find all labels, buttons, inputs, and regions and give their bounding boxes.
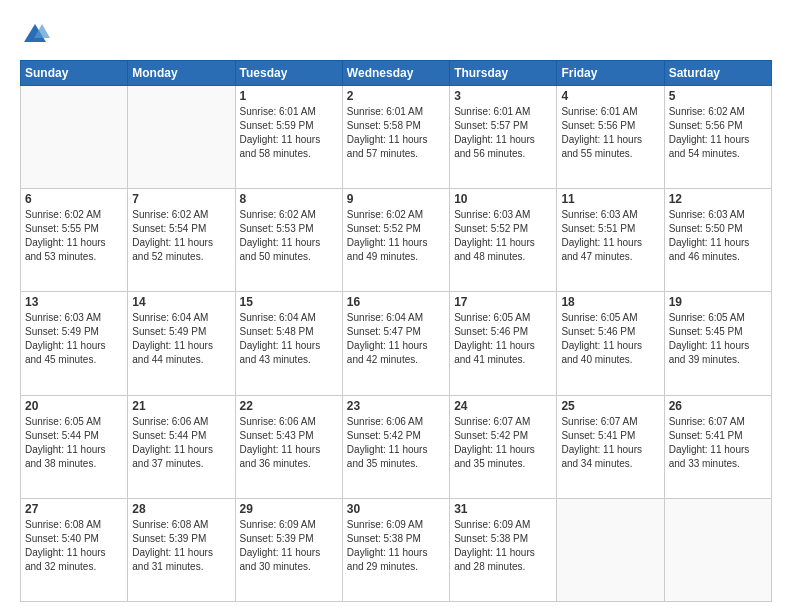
day-number: 14 <box>132 295 230 309</box>
calendar-cell: 24Sunrise: 6:07 AM Sunset: 5:42 PM Dayli… <box>450 395 557 498</box>
calendar-cell: 7Sunrise: 6:02 AM Sunset: 5:54 PM Daylig… <box>128 189 235 292</box>
day-info: Sunrise: 6:01 AM Sunset: 5:58 PM Dayligh… <box>347 105 445 161</box>
day-number: 30 <box>347 502 445 516</box>
calendar-cell: 3Sunrise: 6:01 AM Sunset: 5:57 PM Daylig… <box>450 86 557 189</box>
day-info: Sunrise: 6:02 AM Sunset: 5:54 PM Dayligh… <box>132 208 230 264</box>
weekday-header-row: Sunday Monday Tuesday Wednesday Thursday… <box>21 61 772 86</box>
day-info: Sunrise: 6:02 AM Sunset: 5:53 PM Dayligh… <box>240 208 338 264</box>
day-number: 27 <box>25 502 123 516</box>
calendar-cell: 22Sunrise: 6:06 AM Sunset: 5:43 PM Dayli… <box>235 395 342 498</box>
day-number: 3 <box>454 89 552 103</box>
day-number: 8 <box>240 192 338 206</box>
day-info: Sunrise: 6:03 AM Sunset: 5:49 PM Dayligh… <box>25 311 123 367</box>
day-number: 15 <box>240 295 338 309</box>
calendar-cell: 25Sunrise: 6:07 AM Sunset: 5:41 PM Dayli… <box>557 395 664 498</box>
page-header <box>20 20 772 50</box>
day-info: Sunrise: 6:04 AM Sunset: 5:47 PM Dayligh… <box>347 311 445 367</box>
calendar-cell <box>664 498 771 601</box>
day-info: Sunrise: 6:03 AM Sunset: 5:50 PM Dayligh… <box>669 208 767 264</box>
day-info: Sunrise: 6:05 AM Sunset: 5:45 PM Dayligh… <box>669 311 767 367</box>
day-info: Sunrise: 6:06 AM Sunset: 5:44 PM Dayligh… <box>132 415 230 471</box>
calendar-cell: 19Sunrise: 6:05 AM Sunset: 5:45 PM Dayli… <box>664 292 771 395</box>
day-number: 7 <box>132 192 230 206</box>
day-info: Sunrise: 6:06 AM Sunset: 5:42 PM Dayligh… <box>347 415 445 471</box>
calendar-cell: 11Sunrise: 6:03 AM Sunset: 5:51 PM Dayli… <box>557 189 664 292</box>
day-number: 4 <box>561 89 659 103</box>
calendar-cell: 2Sunrise: 6:01 AM Sunset: 5:58 PM Daylig… <box>342 86 449 189</box>
day-info: Sunrise: 6:02 AM Sunset: 5:55 PM Dayligh… <box>25 208 123 264</box>
calendar-cell: 31Sunrise: 6:09 AM Sunset: 5:38 PM Dayli… <box>450 498 557 601</box>
calendar-cell: 5Sunrise: 6:02 AM Sunset: 5:56 PM Daylig… <box>664 86 771 189</box>
calendar-week-row: 13Sunrise: 6:03 AM Sunset: 5:49 PM Dayli… <box>21 292 772 395</box>
day-number: 13 <box>25 295 123 309</box>
day-info: Sunrise: 6:03 AM Sunset: 5:52 PM Dayligh… <box>454 208 552 264</box>
calendar-week-row: 1Sunrise: 6:01 AM Sunset: 5:59 PM Daylig… <box>21 86 772 189</box>
day-info: Sunrise: 6:09 AM Sunset: 5:39 PM Dayligh… <box>240 518 338 574</box>
day-number: 25 <box>561 399 659 413</box>
day-number: 10 <box>454 192 552 206</box>
day-number: 1 <box>240 89 338 103</box>
calendar-cell: 9Sunrise: 6:02 AM Sunset: 5:52 PM Daylig… <box>342 189 449 292</box>
calendar-cell: 28Sunrise: 6:08 AM Sunset: 5:39 PM Dayli… <box>128 498 235 601</box>
calendar-week-row: 20Sunrise: 6:05 AM Sunset: 5:44 PM Dayli… <box>21 395 772 498</box>
day-info: Sunrise: 6:01 AM Sunset: 5:59 PM Dayligh… <box>240 105 338 161</box>
day-number: 22 <box>240 399 338 413</box>
day-number: 16 <box>347 295 445 309</box>
calendar-cell <box>128 86 235 189</box>
day-number: 21 <box>132 399 230 413</box>
calendar-week-row: 6Sunrise: 6:02 AM Sunset: 5:55 PM Daylig… <box>21 189 772 292</box>
calendar-cell: 10Sunrise: 6:03 AM Sunset: 5:52 PM Dayli… <box>450 189 557 292</box>
header-wednesday: Wednesday <box>342 61 449 86</box>
calendar-cell: 4Sunrise: 6:01 AM Sunset: 5:56 PM Daylig… <box>557 86 664 189</box>
calendar-cell: 8Sunrise: 6:02 AM Sunset: 5:53 PM Daylig… <box>235 189 342 292</box>
day-info: Sunrise: 6:03 AM Sunset: 5:51 PM Dayligh… <box>561 208 659 264</box>
logo <box>20 20 54 50</box>
day-info: Sunrise: 6:05 AM Sunset: 5:46 PM Dayligh… <box>561 311 659 367</box>
day-number: 24 <box>454 399 552 413</box>
day-info: Sunrise: 6:08 AM Sunset: 5:39 PM Dayligh… <box>132 518 230 574</box>
calendar-table: Sunday Monday Tuesday Wednesday Thursday… <box>20 60 772 602</box>
header-saturday: Saturday <box>664 61 771 86</box>
day-info: Sunrise: 6:02 AM Sunset: 5:56 PM Dayligh… <box>669 105 767 161</box>
calendar-cell: 23Sunrise: 6:06 AM Sunset: 5:42 PM Dayli… <box>342 395 449 498</box>
calendar-cell: 29Sunrise: 6:09 AM Sunset: 5:39 PM Dayli… <box>235 498 342 601</box>
day-info: Sunrise: 6:09 AM Sunset: 5:38 PM Dayligh… <box>347 518 445 574</box>
day-number: 20 <box>25 399 123 413</box>
day-number: 9 <box>347 192 445 206</box>
header-monday: Monday <box>128 61 235 86</box>
day-info: Sunrise: 6:09 AM Sunset: 5:38 PM Dayligh… <box>454 518 552 574</box>
day-info: Sunrise: 6:05 AM Sunset: 5:46 PM Dayligh… <box>454 311 552 367</box>
calendar-cell: 30Sunrise: 6:09 AM Sunset: 5:38 PM Dayli… <box>342 498 449 601</box>
calendar-cell: 6Sunrise: 6:02 AM Sunset: 5:55 PM Daylig… <box>21 189 128 292</box>
day-info: Sunrise: 6:06 AM Sunset: 5:43 PM Dayligh… <box>240 415 338 471</box>
day-info: Sunrise: 6:08 AM Sunset: 5:40 PM Dayligh… <box>25 518 123 574</box>
day-info: Sunrise: 6:04 AM Sunset: 5:49 PM Dayligh… <box>132 311 230 367</box>
header-thursday: Thursday <box>450 61 557 86</box>
day-number: 11 <box>561 192 659 206</box>
calendar-cell: 21Sunrise: 6:06 AM Sunset: 5:44 PM Dayli… <box>128 395 235 498</box>
day-info: Sunrise: 6:05 AM Sunset: 5:44 PM Dayligh… <box>25 415 123 471</box>
day-number: 17 <box>454 295 552 309</box>
calendar-week-row: 27Sunrise: 6:08 AM Sunset: 5:40 PM Dayli… <box>21 498 772 601</box>
day-info: Sunrise: 6:04 AM Sunset: 5:48 PM Dayligh… <box>240 311 338 367</box>
calendar-page: Sunday Monday Tuesday Wednesday Thursday… <box>0 0 792 612</box>
calendar-cell: 18Sunrise: 6:05 AM Sunset: 5:46 PM Dayli… <box>557 292 664 395</box>
calendar-cell: 13Sunrise: 6:03 AM Sunset: 5:49 PM Dayli… <box>21 292 128 395</box>
calendar-cell: 15Sunrise: 6:04 AM Sunset: 5:48 PM Dayli… <box>235 292 342 395</box>
calendar-cell: 16Sunrise: 6:04 AM Sunset: 5:47 PM Dayli… <box>342 292 449 395</box>
day-number: 6 <box>25 192 123 206</box>
day-number: 19 <box>669 295 767 309</box>
day-number: 12 <box>669 192 767 206</box>
day-number: 26 <box>669 399 767 413</box>
day-info: Sunrise: 6:07 AM Sunset: 5:42 PM Dayligh… <box>454 415 552 471</box>
calendar-cell: 1Sunrise: 6:01 AM Sunset: 5:59 PM Daylig… <box>235 86 342 189</box>
header-friday: Friday <box>557 61 664 86</box>
day-info: Sunrise: 6:01 AM Sunset: 5:57 PM Dayligh… <box>454 105 552 161</box>
header-sunday: Sunday <box>21 61 128 86</box>
day-number: 29 <box>240 502 338 516</box>
day-info: Sunrise: 6:07 AM Sunset: 5:41 PM Dayligh… <box>561 415 659 471</box>
header-tuesday: Tuesday <box>235 61 342 86</box>
day-number: 18 <box>561 295 659 309</box>
calendar-cell: 17Sunrise: 6:05 AM Sunset: 5:46 PM Dayli… <box>450 292 557 395</box>
calendar-cell: 14Sunrise: 6:04 AM Sunset: 5:49 PM Dayli… <box>128 292 235 395</box>
